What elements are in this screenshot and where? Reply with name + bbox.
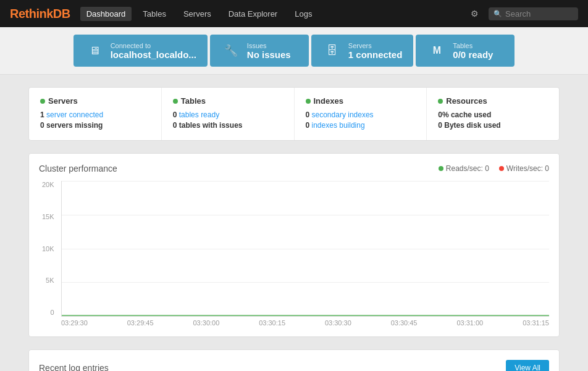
writes-dot	[499, 166, 504, 171]
nav-tables[interactable]: Tables	[136, 7, 172, 21]
stats-servers-row2: 0 servers missing	[40, 121, 150, 130]
issues-icon: 🔧	[221, 41, 241, 60]
servers-label: Servers	[348, 42, 403, 49]
writes-label: Writes/sec: 0	[506, 164, 549, 173]
stats-servers: Servers 1 server connected 0 servers mis…	[29, 88, 162, 140]
connected-label: Connected to	[111, 42, 196, 49]
nav-data-explorer[interactable]: Data Explorer	[222, 7, 284, 21]
chart-x-labels: 03:29:30 03:29:45 03:30:00 03:30:15 03:3…	[61, 319, 549, 327]
chart-legend: Reads/sec: 0 Writes/sec: 0	[439, 164, 549, 173]
servers-value: 1 connected	[348, 49, 403, 60]
stats-tables: Tables 0 tables ready 0 tables with issu…	[162, 88, 295, 140]
navbar: RethinkDB Dashboard Tables Servers Data …	[0, 0, 588, 27]
stats-tables-row2: 0 tables with issues	[173, 121, 283, 130]
settings-icon[interactable]: ⚙	[466, 6, 484, 21]
x-label-5: 03:30:45	[391, 319, 418, 327]
stats-indexes-row1: 0 secondary indexes	[306, 110, 416, 119]
tables-icon: M	[427, 41, 447, 60]
nav-logs[interactable]: Logs	[288, 7, 318, 21]
stats-resources-row1: 0% cache used	[438, 110, 548, 119]
x-label-1: 03:29:45	[127, 319, 154, 327]
tables-value: 0/0 ready	[453, 49, 493, 60]
reads-label: Reads/sec: 0	[446, 164, 489, 173]
servers-status-dot	[40, 99, 45, 104]
issues-label: Issues	[247, 42, 291, 49]
x-label-6: 03:31:00	[456, 319, 483, 327]
nav-dashboard[interactable]: Dashboard	[80, 7, 132, 21]
grid-line-5k	[62, 282, 549, 283]
stats-indexes-row2: 0 indexes building	[306, 121, 416, 130]
x-label-4: 03:30:30	[325, 319, 351, 327]
status-card-connected[interactable]: 🖥 Connected to localhost_localdo...	[74, 35, 208, 67]
view-all-button[interactable]: View All	[506, 360, 549, 371]
nav-servers[interactable]: Servers	[177, 7, 217, 21]
stats-resources: Resources 0% cache used 0 Bytes disk use…	[427, 88, 559, 140]
stats-servers-row1: 1 server connected	[40, 110, 150, 119]
main-content: Servers 1 server connected 0 servers mis…	[16, 75, 572, 371]
search-input[interactable]	[505, 9, 573, 19]
indexes-status-dot	[306, 99, 311, 104]
legend-reads: Reads/sec: 0	[439, 164, 489, 173]
tables-status-dot	[173, 99, 178, 104]
y-label-0: 0	[42, 309, 54, 316]
y-label-15k: 15K	[42, 213, 54, 220]
stats-tables-title: Tables	[181, 96, 206, 106]
chart-title: Cluster performance	[39, 164, 117, 173]
brand-logo[interactable]: RethinkDB	[10, 7, 70, 21]
search-icon: 🔍	[494, 10, 502, 18]
resources-status-dot	[438, 99, 443, 104]
chart-area: 20K 15K 10K 5K 0	[61, 181, 549, 317]
connected-icon: 🖥	[85, 41, 104, 60]
x-label-0: 03:29:30	[61, 319, 88, 327]
chart-zero-line	[62, 315, 549, 316]
stats-resources-title: Resources	[446, 96, 487, 106]
brand-text-orange: DB	[53, 7, 70, 20]
x-label-2: 03:30:00	[193, 319, 219, 327]
status-bar: 🖥 Connected to localhost_localdo... 🔧 Is…	[0, 27, 588, 75]
y-label-10k: 10K	[42, 245, 54, 252]
tables-label: Tables	[453, 42, 493, 49]
grid-line-20k	[62, 181, 549, 181]
issues-value: No issues	[247, 49, 291, 60]
y-label-5k: 5K	[42, 277, 54, 284]
connected-value: localhost_localdo...	[111, 49, 196, 60]
x-label-7: 03:31:15	[523, 319, 549, 327]
chart-wrapper: 20K 15K 10K 5K 0 03:29:30 03:29:45 03:30…	[61, 181, 549, 327]
log-title: Recent log entries	[39, 363, 109, 371]
grid-line-10k	[62, 249, 549, 249]
status-card-issues[interactable]: 🔧 Issues No issues	[210, 35, 309, 67]
search-box: 🔍	[489, 7, 578, 20]
legend-writes: Writes/sec: 0	[499, 164, 549, 173]
stats-indexes-title: Indexes	[314, 96, 343, 106]
chart-y-labels: 20K 15K 10K 5K 0	[42, 181, 54, 316]
status-card-servers[interactable]: 🗄 Servers 1 connected	[311, 35, 414, 67]
stats-indexes: Indexes 0 secondary indexes 0 indexes bu…	[295, 88, 427, 140]
x-label-3: 03:30:15	[259, 319, 285, 327]
stats-resources-row2: 0 Bytes disk used	[438, 121, 548, 130]
chart-header: Cluster performance Reads/sec: 0 Writes/…	[39, 164, 549, 173]
grid-line-15k	[62, 215, 549, 215]
chart-panel: Cluster performance Reads/sec: 0 Writes/…	[28, 153, 560, 337]
stats-servers-title: Servers	[48, 96, 78, 106]
log-header: Recent log entries View All	[39, 360, 549, 371]
status-card-tables[interactable]: M Tables 0/0 ready	[416, 35, 514, 67]
brand-text-white: Rethink	[10, 7, 53, 20]
stats-tables-row1: 0 tables ready	[173, 110, 283, 119]
y-label-20k: 20K	[42, 181, 54, 188]
servers-icon: 🗄	[322, 41, 342, 60]
stats-panel: Servers 1 server connected 0 servers mis…	[28, 87, 560, 141]
log-panel: Recent log entries View All	[28, 349, 560, 371]
reads-dot	[439, 166, 443, 171]
